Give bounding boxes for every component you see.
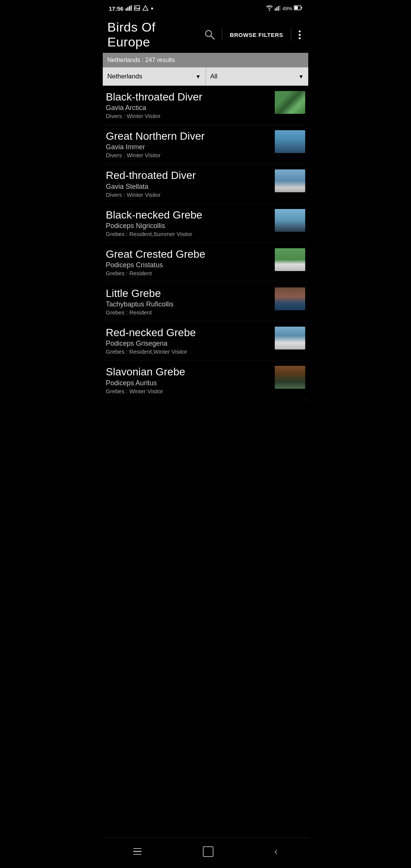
bird-latin-name: Podiceps Auritus xyxy=(106,379,272,387)
browse-filters-button[interactable]: BROWSE FILTERS xyxy=(227,30,286,40)
results-text: Netherlands : 247 results xyxy=(107,57,175,63)
app-title: Birds Of Europe xyxy=(107,20,199,49)
bird-list-item[interactable]: Slavonian GrebePodiceps AuritusGrebes : … xyxy=(103,361,308,400)
bird-thumbnail xyxy=(275,366,305,389)
recent-icon xyxy=(133,848,142,855)
more-dot-1 xyxy=(299,30,301,32)
recent-nav-button[interactable] xyxy=(124,845,151,858)
bird-list-item[interactable]: Great Crested GrebePodiceps CristatusGre… xyxy=(103,243,308,282)
bird-category: Divers : Winter Visitor xyxy=(106,152,272,158)
battery-percentage: 49% xyxy=(282,6,292,11)
divider xyxy=(222,29,222,41)
bird-info: Great Northern DiverGavia ImmerDivers : … xyxy=(106,130,275,158)
nav-bar: ‹ xyxy=(103,838,308,868)
bird-common-name: Great Crested Grebe xyxy=(106,248,272,260)
search-button[interactable] xyxy=(202,27,217,42)
bird-latin-name: Tachybaptus Ruficollis xyxy=(106,300,272,308)
bird-thumbnail xyxy=(275,248,305,271)
bird-thumbnail xyxy=(275,91,305,114)
bird-category: Divers : Winter Visitor xyxy=(106,191,272,198)
back-nav-button[interactable]: ‹ xyxy=(265,842,287,860)
bird-category: Grebes : Winter Visitor xyxy=(106,388,272,394)
country-filter-value: Netherlands xyxy=(107,73,142,80)
bird-info: Great Crested GrebePodiceps CristatusGre… xyxy=(106,248,275,276)
bird-info: Black-necked GrebePodiceps NigricollisGr… xyxy=(106,209,275,237)
bird-list-item[interactable]: Red-throated DiverGavia StellataDivers :… xyxy=(103,164,308,203)
bird-common-name: Black-throated Diver xyxy=(106,91,272,103)
category-dropdown-arrow: ▼ xyxy=(298,73,304,80)
category-filter[interactable]: All ▼ xyxy=(206,67,309,86)
category-filter-value: All xyxy=(210,73,218,80)
time-display: 17:56 xyxy=(109,5,123,12)
status-bar: 17:56 • 49% xyxy=(103,0,308,17)
bird-common-name: Black-necked Grebe xyxy=(106,209,272,221)
bird-thumbnail xyxy=(275,130,305,153)
status-right: 49% xyxy=(266,5,302,12)
dot-indicator: • xyxy=(151,5,153,13)
bird-latin-name: Podiceps Cristatus xyxy=(106,261,272,269)
bird-latin-name: Podiceps Nigricollis xyxy=(106,222,272,230)
bird-common-name: Red-necked Grebe xyxy=(106,327,272,339)
svg-marker-6 xyxy=(143,6,148,10)
svg-point-5 xyxy=(135,6,137,8)
bird-list-item[interactable]: Great Northern DiverGavia ImmerDivers : … xyxy=(103,125,308,164)
bird-category: Grebes : Resident xyxy=(106,309,272,316)
svg-line-16 xyxy=(211,36,214,39)
bird-list: Black-throated DiverGavia ArcticaDivers … xyxy=(103,86,308,427)
svg-rect-2 xyxy=(129,6,130,11)
svg-rect-13 xyxy=(301,7,302,9)
svg-rect-3 xyxy=(131,5,132,11)
top-bar: Birds Of Europe BROWSE FILTERS xyxy=(103,17,308,53)
home-nav-button[interactable] xyxy=(194,843,223,860)
bird-list-item[interactable]: Little GrebeTachybaptus RuficollisGrebes… xyxy=(103,282,308,321)
more-options-button[interactable] xyxy=(296,29,304,41)
image-icon xyxy=(134,5,140,12)
country-filter[interactable]: Netherlands ▼ xyxy=(103,67,206,86)
bird-common-name: Slavonian Grebe xyxy=(106,366,272,378)
bird-thumbnail xyxy=(275,169,305,192)
bird-latin-name: Gavia Immer xyxy=(106,143,272,151)
svg-rect-14 xyxy=(295,6,298,10)
bird-info: Red-throated DiverGavia StellataDivers :… xyxy=(106,169,275,198)
svg-rect-0 xyxy=(126,8,127,11)
filter-row: Netherlands ▼ All ▼ xyxy=(103,67,308,86)
divider2 xyxy=(291,29,291,41)
signal-bars-icon xyxy=(126,5,132,12)
svg-point-7 xyxy=(269,10,270,11)
bird-latin-name: Gavia Arctica xyxy=(106,104,272,112)
country-dropdown-arrow: ▼ xyxy=(196,73,201,80)
bird-info: Slavonian GrebePodiceps AuritusGrebes : … xyxy=(106,366,275,394)
more-dot-3 xyxy=(299,37,301,39)
bird-latin-name: Podiceps Grisegena xyxy=(106,340,272,348)
battery-icon xyxy=(294,5,302,11)
nav-icon-status xyxy=(142,5,148,12)
bird-category: Grebes : Resident,Summer Visitor xyxy=(106,231,272,237)
bird-thumbnail xyxy=(275,209,305,232)
cell-signal-icon xyxy=(275,5,281,12)
search-icon xyxy=(204,29,216,41)
bird-list-item[interactable]: Black-throated DiverGavia ArcticaDivers … xyxy=(103,86,308,125)
bird-category: Divers : Winter Visitor xyxy=(106,113,272,119)
results-banner: Netherlands : 247 results xyxy=(103,53,308,67)
status-left: 17:56 • xyxy=(109,5,153,13)
svg-rect-8 xyxy=(275,8,276,11)
bird-common-name: Little Grebe xyxy=(106,287,272,300)
svg-rect-11 xyxy=(279,5,280,11)
bird-latin-name: Gavia Stellata xyxy=(106,183,272,191)
bird-common-name: Red-throated Diver xyxy=(106,169,272,182)
bird-info: Little GrebeTachybaptus RuficollisGrebes… xyxy=(106,287,275,316)
more-dot-2 xyxy=(299,34,301,36)
back-icon: ‹ xyxy=(274,846,278,857)
wifi-icon xyxy=(266,5,273,12)
home-icon xyxy=(203,846,213,857)
bird-category: Grebes : Resident,Winter Visitor xyxy=(106,348,272,355)
bird-category: Grebes : Resident xyxy=(106,270,272,276)
bird-info: Red-necked GrebePodiceps GrisegenaGrebes… xyxy=(106,327,275,355)
bird-common-name: Great Northern Diver xyxy=(106,130,272,142)
bird-list-item[interactable]: Black-necked GrebePodiceps NigricollisGr… xyxy=(103,204,308,243)
svg-rect-1 xyxy=(127,7,129,11)
bird-thumbnail xyxy=(275,327,305,349)
svg-rect-10 xyxy=(278,6,279,11)
bird-list-item[interactable]: Red-necked GrebePodiceps GrisegenaGrebes… xyxy=(103,321,308,361)
svg-rect-9 xyxy=(276,7,277,11)
